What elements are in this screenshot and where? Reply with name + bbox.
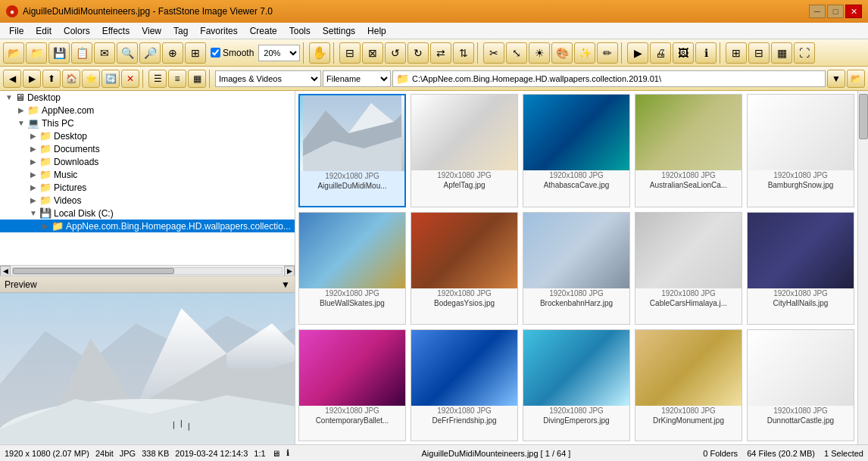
tree-expand-music[interactable]: ▶ [27,170,39,179]
tree-expand-collection[interactable]: ▶ [39,222,52,230]
tree-scroll[interactable]: ▼🖥Desktop▶📁AppNee.com▼💻This PC▶📁Desktop▶… [0,91,295,265]
tree-node-collection[interactable]: ▶📁AppNee.com.Bing.Homepage.HD.wallpapers… [0,220,295,232]
menu-item-effects[interactable]: Effects [96,24,136,38]
tree-node-documents[interactable]: ▶📁Documents [0,142,295,155]
grid2-button[interactable]: ⊟ [748,42,770,64]
hscroll-thumb[interactable] [13,268,174,274]
tree-expand-appnee[interactable]: ▶ [15,106,27,114]
tree-expand-documents[interactable]: ▶ [27,145,39,153]
thumbnail-item-14[interactable]: 1920x1080 JPGDunnottarCastle.jpg [747,329,854,441]
color-button[interactable]: 🎨 [551,42,573,64]
zoom-out-button[interactable]: 🔎 [139,42,161,64]
menu-item-colors[interactable]: Colors [58,24,96,38]
tree-node-localc[interactable]: ▼💾Local Disk (C:) [0,207,295,220]
tree-node-pictures[interactable]: ▶📁Pictures [0,181,295,194]
flip-v-button[interactable]: ⇅ [453,42,474,64]
open-button[interactable]: 📂 [3,42,24,64]
minimize-button[interactable]: ─ [809,5,826,18]
smooth-checkbox[interactable] [211,48,220,58]
effect-button[interactable]: ✨ [574,42,595,64]
hand-tool-button[interactable]: ✋ [309,42,330,64]
sort-select[interactable]: Filename [323,70,391,87]
thumbnail-item-10[interactable]: 1920x1080 JPGContemporaryBallet... [298,329,406,441]
email-button[interactable]: ✉ [94,42,115,64]
thumbnail-item-6[interactable]: 1920x1080 JPGBodegasYsios.jpg [411,212,518,324]
nav-forward-button[interactable]: ▶ [23,70,41,88]
menu-item-favorites[interactable]: Favorites [194,24,243,38]
thumbnail-vscroll[interactable] [857,91,868,444]
smooth-checkbox-area[interactable]: Smooth [211,48,254,58]
thumbnail-item-8[interactable]: 1920x1080 JPGCableCarsHimalaya.j... [635,212,742,324]
nav-home-button[interactable]: 🏠 [62,70,80,88]
tree-expand-videos[interactable]: ▶ [27,196,39,204]
save-as-button[interactable]: 📋 [71,42,92,64]
print-button[interactable]: 🖨 [650,42,671,64]
browse-button[interactable]: 📁 [26,42,47,64]
tree-node-thispc[interactable]: ▼💻This PC [0,117,295,129]
view-thumb-button[interactable]: ▦ [188,70,206,88]
info-button[interactable]: ℹ [695,42,717,64]
path-go-button[interactable]: ▼ [827,70,845,88]
nav-bookmark-button[interactable]: ⭐ [82,70,100,88]
wallpaper-button[interactable]: 🖼 [673,42,694,64]
tree-node-music[interactable]: ▶📁Music [0,168,295,181]
thumbnail-item-13[interactable]: 1920x1080 JPGDrKingMonument.jpg [635,329,742,441]
thumbnail-item-1[interactable]: 1920x1080 JPGApfelTag.jpg [411,94,518,207]
resize-button[interactable]: ⤡ [506,42,527,64]
nav-refresh-button[interactable]: 🔄 [101,70,120,88]
path-browse-button[interactable]: 📂 [847,70,865,88]
thumb-button[interactable]: ▦ [771,42,792,64]
hscroll-right-arrow[interactable]: ▶ [284,266,295,276]
close-button[interactable]: ✕ [845,5,862,18]
flip-h-button[interactable]: ⇄ [430,42,451,64]
thumbnail-item-3[interactable]: 1920x1080 JPGAustralianSeaLionCa... [635,94,742,207]
thumbnail-area[interactable]: 1920x1080 JPGAiguilleDuMidiMou...1920x10… [295,91,868,444]
menu-item-tools[interactable]: Tools [283,24,317,38]
thumbnail-item-9[interactable]: 1920x1080 JPGCityHallNails.jpg [747,212,854,324]
rotate-right-button[interactable]: ↻ [407,42,429,64]
save-button[interactable]: 💾 [48,42,70,64]
menu-item-create[interactable]: Create [244,24,283,38]
adjust-button[interactable]: ☀ [529,42,550,64]
fit-window-button[interactable]: ⊞ [185,42,206,64]
menu-item-file[interactable]: File [3,24,30,38]
tree-node-videos[interactable]: ▶📁Videos [0,194,295,207]
preview-header[interactable]: Preview ▼ [0,276,295,293]
tree-node-desktop[interactable]: ▼🖥Desktop [0,91,295,104]
nav-back-button[interactable]: ◀ [3,70,21,88]
menu-item-view[interactable]: View [136,24,167,38]
maximize-button[interactable]: □ [827,5,844,18]
hscroll-left-arrow[interactable]: ◀ [0,266,11,276]
actual-size-button[interactable]: ⊕ [162,42,183,64]
menu-item-settings[interactable]: Settings [317,24,361,38]
grid1-button[interactable]: ⊞ [726,42,747,64]
nav-delete-button[interactable]: ✕ [121,70,139,88]
tree-expand-thispc[interactable]: ▼ [15,119,27,127]
thumbnail-item-2[interactable]: 1920x1080 JPGAthabascaCave.jpg [523,94,630,207]
filter-select[interactable]: Images & Videos [215,70,321,87]
crop-button[interactable]: ✂ [483,42,504,64]
thumbnail-item-12[interactable]: 1920x1080 JPGDivingEmperors.jpg [523,329,630,441]
tree-expand-desktop[interactable]: ▼ [3,93,15,101]
view-list-button[interactable]: ☰ [148,70,167,88]
tree-node-downloads[interactable]: ▶📁Downloads [0,155,295,168]
tree-expand-localc[interactable]: ▼ [27,209,39,217]
fit-width-button[interactable]: ⊟ [339,42,361,64]
menu-item-help[interactable]: Help [361,24,392,38]
tree-expand-desktop2[interactable]: ▶ [27,132,39,140]
thumbnail-vscroll-thumb[interactable] [859,94,868,139]
thumbnail-item-4[interactable]: 1920x1080 JPGBamburghSnow.jpg [747,94,854,207]
tree-expand-pictures[interactable]: ▶ [27,183,39,192]
thumbnail-item-0[interactable]: 1920x1080 JPGAiguilleDuMidiMou... [298,94,406,207]
nav-up-button[interactable]: ⬆ [42,70,61,88]
zoom-select[interactable]: 5%10%20%25%33%50%75%100%150%200% [258,45,300,61]
menu-item-edit[interactable]: Edit [30,24,58,38]
draw-button[interactable]: ✏ [597,42,618,64]
thumbnail-item-11[interactable]: 1920x1080 JPGDeFrFriendship.jpg [411,329,518,441]
tree-node-appnee[interactable]: ▶📁AppNee.com [0,104,295,117]
thumbnail-item-7[interactable]: 1920x1080 JPGBrockenbahnHarz.jpg [523,212,630,324]
hscroll-track[interactable] [12,267,283,275]
rotate-left-button[interactable]: ↺ [385,42,406,64]
fullscreen-button[interactable]: ⛶ [794,42,815,64]
menu-item-tag[interactable]: Tag [167,24,194,38]
